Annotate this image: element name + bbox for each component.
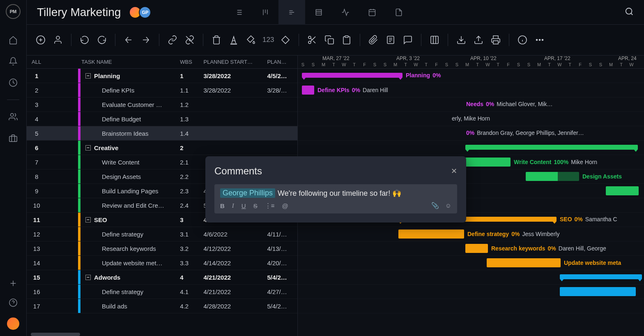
bold-icon[interactable]: B xyxy=(220,202,225,209)
fill-icon[interactable] xyxy=(245,34,257,46)
comment-text: We're following our timeline so far! 🙌 xyxy=(278,189,401,198)
view-calendar[interactable] xyxy=(359,0,385,25)
export-icon[interactable] xyxy=(473,34,484,46)
mention-chip[interactable]: George Phillips xyxy=(220,188,275,198)
undo-icon[interactable] xyxy=(79,34,90,46)
col-start[interactable]: PLANNED START… xyxy=(202,56,266,68)
more-icon[interactable] xyxy=(534,34,545,46)
attachment-icon[interactable] xyxy=(368,34,379,46)
outdent-icon[interactable] xyxy=(123,34,134,46)
view-board[interactable] xyxy=(252,0,278,25)
view-list[interactable] xyxy=(225,0,252,25)
svg-rect-5 xyxy=(369,9,375,16)
table-row[interactable]: 17 Build ads 4.2 4/28/2022 5/4/2… xyxy=(27,299,297,313)
table-row[interactable]: 15 −Adwords 4 4/21/2022 5/4/2… xyxy=(27,270,297,285)
svg-point-8 xyxy=(56,36,60,39)
table-row[interactable]: 12 Define strategy 3.1 4/6/2022 4/11/… xyxy=(27,227,297,241)
view-activity[interactable] xyxy=(332,0,359,25)
info-icon[interactable] xyxy=(517,34,528,46)
columns-icon[interactable] xyxy=(429,34,440,46)
svg-rect-11 xyxy=(328,39,334,44)
svg-rect-12 xyxy=(345,36,348,37)
svg-rect-14 xyxy=(431,36,438,44)
table-row[interactable]: 16 Define strategy 4.1 4/21/2022 4/27/… xyxy=(27,285,297,299)
svg-point-3 xyxy=(9,299,17,306)
svg-rect-15 xyxy=(493,41,498,44)
table-row[interactable]: 14 Update website met… 3.3 4/14/2022 4/2… xyxy=(27,256,297,270)
header: Tillery Marketing GP xyxy=(27,0,644,25)
svg-rect-2 xyxy=(9,136,17,141)
mention-icon[interactable]: @ xyxy=(282,202,288,209)
text-color-icon[interactable] xyxy=(228,34,239,46)
project-title: Tillery Marketing xyxy=(37,6,121,19)
table-row[interactable]: 2 Define KPIs 1.1 3/28/2022 3/28/… xyxy=(27,83,297,97)
cut-icon[interactable] xyxy=(306,34,318,46)
attach-icon[interactable]: 📎 xyxy=(431,202,439,209)
indent-icon[interactable] xyxy=(140,34,152,46)
svg-point-10 xyxy=(308,41,311,44)
user-avatar[interactable] xyxy=(7,317,19,330)
print-icon[interactable] xyxy=(490,34,501,46)
view-files[interactable] xyxy=(385,0,412,25)
svg-point-1 xyxy=(11,114,14,116)
svg-point-18 xyxy=(539,39,540,41)
col-wbs[interactable]: WBS xyxy=(180,56,202,68)
svg-point-19 xyxy=(542,39,543,41)
svg-point-6 xyxy=(626,8,632,14)
svg-rect-4 xyxy=(316,9,321,15)
import-icon[interactable] xyxy=(455,34,467,46)
search-icon[interactable] xyxy=(625,7,634,18)
unlink-icon[interactable] xyxy=(184,34,196,46)
close-icon[interactable]: ✕ xyxy=(451,167,457,176)
table-row[interactable]: 1 −Planning 1 3/28/2022 4/5/2… xyxy=(27,69,297,83)
emoji-icon[interactable]: ☺ xyxy=(445,202,451,209)
assign-icon[interactable] xyxy=(52,34,64,46)
home-icon[interactable] xyxy=(9,35,18,44)
underline-icon[interactable]: U xyxy=(242,202,246,209)
comments-panel: Comments ✕ George Phillips We're followi… xyxy=(205,156,466,222)
help-icon[interactable] xyxy=(9,298,18,307)
delete-icon[interactable] xyxy=(211,34,222,46)
table-row[interactable]: 3 Evaluate Customer … 1.2 xyxy=(27,97,297,112)
view-sheet[interactable] xyxy=(305,0,332,25)
col-end[interactable]: PLAN… xyxy=(265,56,297,68)
app-logo[interactable]: PM xyxy=(6,4,21,19)
plus-icon[interactable] xyxy=(9,279,18,288)
col-all[interactable]: ALL xyxy=(27,56,47,68)
add-icon[interactable] xyxy=(35,34,46,46)
avatar-group[interactable]: GP xyxy=(129,6,151,19)
diamond-icon[interactable] xyxy=(280,34,291,46)
note-icon[interactable] xyxy=(385,34,396,46)
number-tool[interactable]: 123 xyxy=(262,36,274,44)
table-row[interactable]: 13 Research keywords 3.2 4/12/2022 4/13/… xyxy=(27,241,297,256)
view-gantt[interactable] xyxy=(278,0,305,25)
strike-icon[interactable]: S xyxy=(253,202,258,209)
table-row[interactable]: 5 Brainstorm Ideas 1.4 xyxy=(27,126,297,141)
scrollbar-horizontal[interactable] xyxy=(31,333,80,336)
svg-point-9 xyxy=(308,36,311,39)
avatar-2[interactable]: GP xyxy=(139,6,151,19)
comment-input[interactable]: George Phillips We're following our time… xyxy=(214,184,457,213)
table-row[interactable]: 4 Define Budget 1.3 xyxy=(27,112,297,126)
briefcase-icon[interactable] xyxy=(9,134,18,143)
link-icon[interactable] xyxy=(167,34,178,46)
bell-icon[interactable] xyxy=(9,57,18,66)
italic-icon[interactable]: I xyxy=(232,202,234,209)
svg-point-17 xyxy=(536,39,538,41)
team-icon[interactable] xyxy=(9,112,18,121)
toolbar: 123 xyxy=(27,25,644,56)
table-row[interactable]: 6 −Creative 2 xyxy=(27,141,297,155)
comment-icon[interactable] xyxy=(402,34,414,46)
comments-title: Comments xyxy=(214,165,262,177)
clock-icon[interactable] xyxy=(9,78,18,87)
col-taskname[interactable]: TASK NAME xyxy=(76,56,180,68)
list-format-icon[interactable]: ⋮≡ xyxy=(265,202,275,209)
paste-icon[interactable] xyxy=(341,34,352,46)
left-sidebar: PM xyxy=(0,0,27,336)
redo-icon[interactable] xyxy=(96,34,108,46)
copy-icon[interactable] xyxy=(324,34,335,46)
